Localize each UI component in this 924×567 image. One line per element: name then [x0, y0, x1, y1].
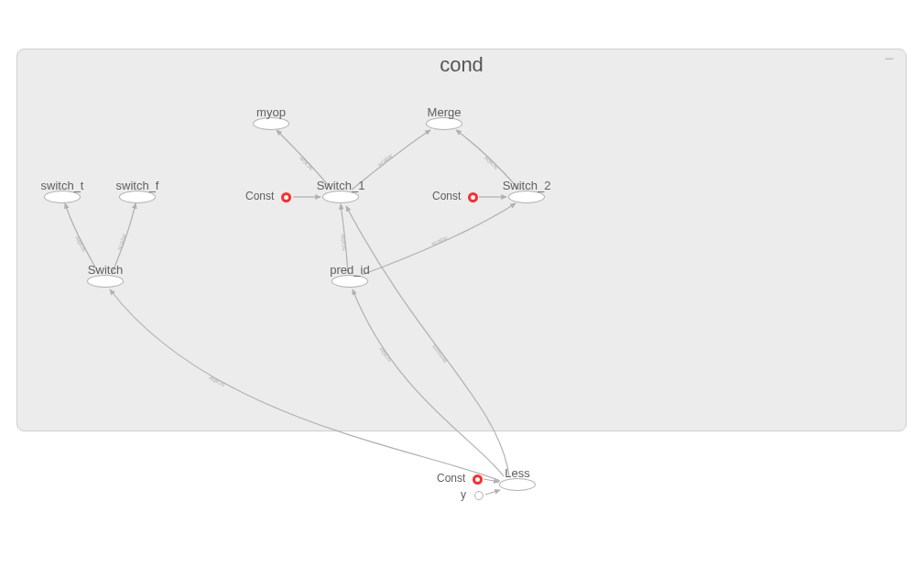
node-switch-f[interactable]: switch_f [119, 191, 156, 203]
node-merge[interactable]: Merge [426, 117, 462, 130]
const-label: Const [245, 190, 274, 202]
node-label: pred_id [330, 263, 369, 277]
op-ellipse-icon [253, 117, 289, 130]
const-label: Const [437, 472, 465, 485]
op-ellipse-icon [332, 275, 368, 288]
node-label: Switch_2 [503, 179, 551, 192]
node-less[interactable]: Less [499, 478, 536, 491]
op-ellipse-icon [119, 191, 156, 203]
placeholder-node-icon[interactable] [474, 491, 484, 500]
const-node-icon[interactable] [473, 474, 483, 485]
node-label: Switch_1 [317, 179, 365, 192]
graph-canvas: cond − scalar scalar tensors scalar scal… [0, 0, 924, 567]
y-label: y [461, 488, 466, 501]
node-switch-1[interactable]: Switch_1 [322, 191, 359, 203]
op-ellipse-icon [499, 478, 536, 491]
node-pred-id[interactable]: pred_id [332, 275, 368, 288]
node-myop[interactable]: myop [253, 117, 289, 130]
op-ellipse-icon [426, 117, 462, 130]
op-ellipse-icon [44, 191, 81, 203]
collapse-icon[interactable]: − [882, 55, 897, 66]
scope-cond[interactable]: cond − [16, 49, 907, 431]
node-label: Switch [88, 263, 123, 277]
const-label: Const [432, 190, 461, 202]
node-switch[interactable]: Switch [87, 275, 124, 288]
const-node-icon[interactable] [281, 192, 291, 202]
node-label: Less [505, 466, 529, 480]
node-label: switch_f [116, 179, 159, 192]
node-switch-2[interactable]: Switch_2 [508, 191, 545, 203]
node-label: switch_t [41, 179, 84, 192]
scope-title: cond [17, 53, 906, 77]
const-node-icon[interactable] [468, 192, 478, 202]
op-ellipse-icon [87, 275, 124, 288]
node-label: Merge [428, 105, 462, 119]
node-label: myop [256, 105, 286, 119]
op-ellipse-icon [508, 191, 545, 203]
op-ellipse-icon [322, 191, 359, 203]
node-switch-t[interactable]: switch_t [44, 191, 81, 203]
